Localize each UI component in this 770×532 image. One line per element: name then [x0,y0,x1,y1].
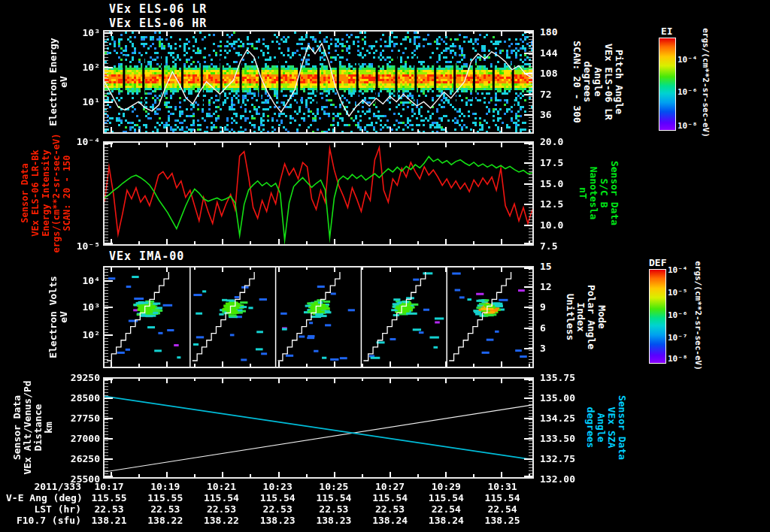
intensity-b-line-canvas [105,143,532,244]
y-tick-label: 135.75 [540,372,575,383]
x-tick [250,364,251,367]
x-tick [473,129,474,132]
axis-label-line: eV [59,276,69,358]
x-tick [194,474,196,477]
y-tick-label: 28500 [10,392,100,404]
axis-label-line: SCAN: 20 - 300 [571,41,582,123]
x-tick [166,32,168,36]
y-tick-label: 72 [540,89,552,100]
x-tick [306,241,308,244]
x-tick [222,361,223,367]
axis-label-line: VEx ELS-06 LR [603,41,614,123]
x-tick [306,379,308,381]
y-tick-label: 15 [540,261,552,272]
y-tick-label: 108 [540,68,557,79]
x-tick [138,268,140,270]
axis-label-line: eV [59,38,69,125]
x-tick [473,32,474,34]
y-tick-label: 132.75 [540,453,575,464]
x-tick [250,143,251,145]
y-tick-label: 15.0 [540,178,563,189]
x-tick [501,379,502,383]
axis-label-line: Electron Energy [48,38,59,125]
y-major-tick [105,438,113,440]
y-major-tick [524,397,532,399]
y-major-tick [105,307,113,308]
x-tick [362,364,363,367]
x-tick [445,239,447,244]
ephemeris-line-panel [103,377,534,479]
y-tick-label: 180 [540,26,557,38]
y-tick-label: 10³ [10,27,100,38]
y-major-tick [524,53,532,54]
panel3-title: VEx IMA-00 [109,249,184,263]
y-tick-label: 144 [540,47,557,59]
x-tick [362,32,363,34]
axis-label-line: Angle [593,41,603,123]
x-tick [250,32,251,34]
axis-label-line: ergs/(cm**2-sr-sec-eV) [51,134,62,253]
x-tick [222,32,223,36]
y-major-tick [524,418,532,419]
axis-label-line: Mode [596,285,607,349]
panel1-title-line1: VEx ELS-06 LR [109,2,207,16]
x-tick [194,364,196,367]
colorbar-tick-label: 10⁻⁷ [668,333,688,343]
y-tick-label: 6 [540,322,546,334]
x-tick [529,143,530,145]
x-tick [417,129,419,132]
x-tick [529,379,530,381]
y-tick-label: 27000 [10,433,100,444]
y-major-tick [105,101,113,103]
x-tick [334,472,335,477]
y-major-tick [524,94,532,95]
x-tick [417,143,419,145]
ima-spectrogram-canvas [105,268,532,367]
axis-label-line: Angle [596,395,606,460]
colorbar-ei-title: EI [661,26,673,37]
x-tick [445,127,447,132]
x-tick [473,379,474,381]
colorbar-tick-label: 10⁻⁶ [668,310,688,320]
y-major-tick [524,307,532,308]
x-tick [222,143,223,147]
x-tick [306,143,308,145]
time-tick-label: 10:21 [193,481,249,492]
x-tick [362,474,363,477]
y-major-tick [524,458,532,460]
x-tick [194,268,196,270]
y-major-tick [105,458,113,460]
x-tick [334,379,335,383]
x-tick [138,143,140,145]
x-tick [445,379,447,383]
x-tick [138,129,140,132]
footer-value: 138.23 [250,515,305,526]
axis-label-line: degrees [582,41,593,123]
footer-value: 138.22 [138,515,193,526]
x-tick [250,474,251,477]
y-tick-label: 3 [540,343,546,354]
y-tick-label: 134.25 [540,413,575,424]
colorbar-tick-label: 10⁻⁵ [668,288,688,298]
x-tick [445,32,447,36]
x-tick [278,379,280,383]
x-tick [473,474,474,477]
x-tick [306,268,308,270]
x-tick [334,127,335,132]
x-tick [250,129,251,132]
x-tick [166,361,168,367]
x-tick [250,268,251,270]
x-tick [445,143,447,147]
time-tick-label: 10:29 [418,481,474,492]
y-major-tick [105,67,113,68]
x-tick [166,143,168,147]
axis-label-line: Electron Volts [48,276,59,358]
y-major-tick [524,225,532,226]
x-tick [334,239,335,244]
colorbar-tick-label: 10⁻⁴ [678,55,698,65]
x-tick [445,361,447,367]
x-tick [362,241,363,244]
x-tick [278,361,280,367]
axis-label-line: Index [575,285,586,349]
x-tick [166,127,168,132]
